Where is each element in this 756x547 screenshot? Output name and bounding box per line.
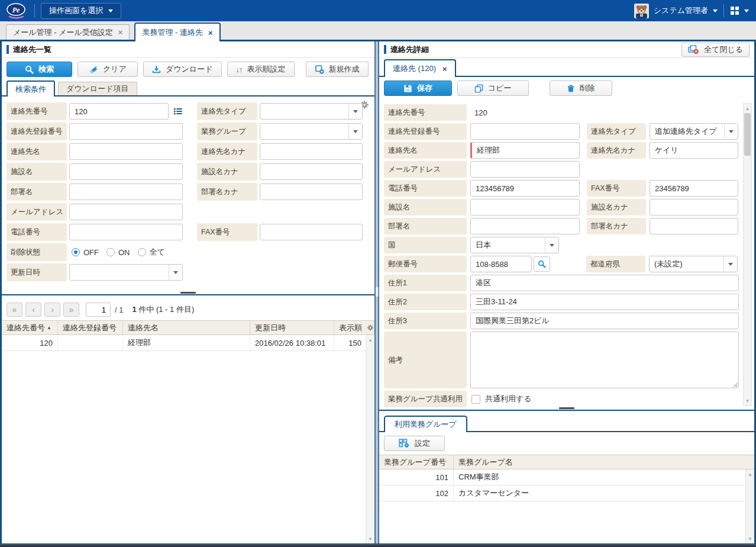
splitter-handle[interactable]: [559, 407, 574, 409]
updated-at-select[interactable]: [69, 264, 183, 281]
settings-button[interactable]: 設定: [384, 436, 445, 451]
screen-select-button[interactable]: 操作画面を選択: [41, 3, 121, 19]
radio-on[interactable]: [106, 248, 115, 256]
scroll-down-icon[interactable]: ▼: [366, 535, 374, 543]
page-number-input[interactable]: [86, 303, 111, 317]
form-row: 電話番号 FAX番号: [384, 180, 739, 197]
department-name-input[interactable]: [69, 184, 183, 200]
column-header-contact-number[interactable]: 連絡先番号▲: [2, 321, 58, 334]
address1-input[interactable]: [470, 275, 739, 291]
country-select[interactable]: 日本: [470, 237, 559, 253]
list-picker-icon[interactable]: [173, 107, 183, 115]
create-new-button[interactable]: 新規作成: [306, 62, 369, 77]
form-row: メールアドレス: [7, 203, 183, 221]
download-button[interactable]: ダウンロード: [143, 62, 222, 77]
prev-page-button[interactable]: ‹: [25, 303, 41, 317]
column-header-display-order[interactable]: 表示順: [334, 321, 367, 334]
column-header-group-name[interactable]: 業務グループ名: [454, 455, 754, 469]
scroll-down-icon[interactable]: ▼: [746, 535, 754, 543]
zip-code-input[interactable]: [470, 256, 532, 272]
fax-input[interactable]: [260, 224, 363, 240]
address2-input[interactable]: [470, 294, 739, 310]
email-input[interactable]: [69, 204, 183, 220]
shared-use-checkbox[interactable]: [471, 395, 480, 404]
horizontal-splitter[interactable]: [379, 410, 754, 414]
facility-kana-input[interactable]: [650, 199, 738, 215]
copy-button[interactable]: コピー: [457, 81, 529, 96]
radio-off[interactable]: [72, 248, 80, 256]
vertical-splitter[interactable]: [374, 41, 379, 543]
phone-input[interactable]: [470, 180, 580, 197]
contact-name-kana-input[interactable]: [650, 142, 738, 159]
registration-number-input[interactable]: [470, 123, 580, 140]
contact-type-select[interactable]: 追加連絡先タイプ: [650, 123, 738, 140]
scrollbar-thumb[interactable]: [744, 113, 751, 156]
prefecture-select[interactable]: (未設定): [649, 256, 738, 272]
department-kana-input[interactable]: [260, 184, 363, 200]
horizontal-splitter[interactable]: [2, 294, 374, 299]
contact-name-input[interactable]: [69, 143, 183, 160]
note-textarea[interactable]: [470, 332, 739, 388]
splitter-handle[interactable]: [180, 292, 196, 294]
form-row: FAX番号: [197, 223, 363, 241]
scroll-up-icon[interactable]: ▲: [366, 336, 374, 344]
facility-kana-input[interactable]: [260, 163, 363, 180]
registration-number-input[interactable]: [69, 123, 183, 140]
field-label: FAX番号: [587, 180, 646, 197]
group-table-scrollbar[interactable]: ▲ ▼: [745, 469, 754, 543]
facility-name-input[interactable]: [69, 163, 183, 180]
contact-detail-header: 連絡先詳細 全て閉じる: [379, 41, 754, 58]
splitter-grip[interactable]: [376, 287, 377, 297]
contact-name-input[interactable]: [470, 142, 580, 159]
user-menu[interactable]: システム管理者: [634, 4, 718, 18]
window-tab-contacts[interactable]: 業務管理 - 連絡先 ×: [134, 22, 220, 41]
tab-search-conditions[interactable]: 検索条件: [7, 81, 55, 96]
save-button[interactable]: 保存: [384, 81, 452, 96]
phone-input[interactable]: [69, 224, 183, 240]
field-label: 電話番号: [384, 180, 467, 197]
grid-settings-gear-icon[interactable]: [367, 321, 374, 334]
email-input[interactable]: [470, 161, 580, 178]
field-label: 連絡先登録番号: [384, 123, 467, 140]
scroll-up-icon[interactable]: ▲: [744, 104, 751, 112]
close-icon[interactable]: ×: [442, 65, 447, 73]
fax-input[interactable]: [650, 180, 738, 197]
window-tab-mail[interactable]: メール管理 - メール受信設定 ×: [6, 24, 130, 40]
table-row[interactable]: 101 CRM事業部: [379, 469, 744, 485]
business-group-select[interactable]: [260, 123, 363, 140]
contact-number-input[interactable]: [69, 103, 169, 120]
clear-button[interactable]: クリア: [77, 62, 138, 77]
department-kana-input[interactable]: [650, 218, 738, 234]
column-header-updated-at[interactable]: 更新日時: [250, 321, 334, 334]
column-header-group-number[interactable]: 業務グループ番号: [379, 455, 454, 469]
tab-download-items[interactable]: ダウンロード項目: [58, 82, 137, 95]
scroll-up-icon[interactable]: ▲: [746, 470, 754, 478]
detail-form-scrollbar[interactable]: ▲ ▼: [743, 103, 752, 406]
scroll-down-icon[interactable]: ▼: [744, 397, 751, 405]
column-header-registration-number[interactable]: 連絡先登録番号: [58, 321, 123, 334]
form-row: 連絡先番号: [7, 102, 183, 120]
results-scrollbar[interactable]: ▲ ▼: [366, 335, 374, 543]
table-row[interactable]: 120 経理部 2016/02/26 10:38:01 150: [2, 335, 374, 351]
delete-button[interactable]: 削除: [550, 81, 612, 96]
radio-all[interactable]: [138, 248, 146, 256]
detail-tab-contact-120[interactable]: 連絡先 (120) ×: [384, 59, 456, 77]
tab-business-groups[interactable]: 利用業務グループ: [384, 416, 467, 432]
table-row[interactable]: 102 カスタマーセンター: [379, 485, 744, 501]
close-icon[interactable]: ×: [118, 28, 123, 37]
column-header-contact-name[interactable]: 連絡先名: [123, 321, 250, 334]
search-button[interactable]: 検索: [7, 62, 72, 77]
next-page-button[interactable]: ›: [44, 303, 60, 317]
last-page-button[interactable]: »: [63, 303, 79, 317]
app-grid-menu[interactable]: [730, 6, 749, 15]
facility-name-input[interactable]: [470, 199, 580, 215]
contact-type-select[interactable]: [260, 103, 363, 120]
department-name-input[interactable]: [470, 218, 580, 234]
contact-name-kana-input[interactable]: [260, 143, 363, 160]
address3-input[interactable]: [470, 313, 739, 329]
close-icon[interactable]: ×: [208, 28, 213, 37]
first-page-button[interactable]: «: [7, 303, 22, 317]
display-order-button[interactable]: ↓↑ 表示順設定: [227, 62, 295, 77]
zip-search-button[interactable]: [534, 256, 550, 272]
close-all-button[interactable]: 全て閉じる: [681, 43, 749, 57]
